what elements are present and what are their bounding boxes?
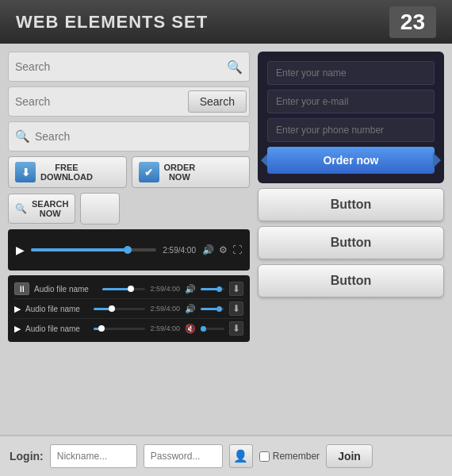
main-content: 🔍 Search 🔍 ⬇ FREE DOWNLOAD ✔ ORDER NOW [0, 44, 452, 435]
player-icons: 🔊 ⚙ ⛶ [202, 244, 242, 255]
video-time-label: 2:59/4:00 [163, 246, 196, 255]
audio-thumb-2 [109, 305, 115, 312]
settings-icon: ⚙ [219, 244, 228, 255]
login-label: Login: [10, 450, 44, 463]
free-download-button[interactable]: ⬇ FREE DOWNLOAD [8, 156, 127, 188]
header-number: 23 [389, 6, 436, 38]
search-button-2[interactable]: Search [188, 90, 247, 113]
order-now-button[interactable]: ✔ ORDER NOW [132, 156, 251, 188]
audio-progress-3[interactable] [94, 328, 145, 330]
user-icon-button[interactable]: 👤 [229, 444, 253, 468]
audio-thumb-3 [98, 325, 105, 332]
audio-vol-bar-1[interactable] [201, 288, 224, 290]
right-panel: Order now Button Button Button [258, 52, 444, 427]
video-progress-bar[interactable] [31, 248, 156, 251]
audio-name-1: Audio file name [34, 285, 98, 294]
email-input[interactable] [267, 90, 435, 113]
audio-vol-thumb-1 [216, 286, 222, 292]
audio-vol-fill-2 [201, 308, 217, 310]
nickname-input[interactable] [50, 444, 137, 468]
password-input[interactable] [144, 444, 223, 468]
login-bar: Login: 👤 Remember Join [0, 435, 452, 476]
audio-vol-thumb-2 [216, 306, 222, 312]
video-play-button[interactable]: ▶ [16, 244, 25, 256]
audio-thumb-1 [128, 286, 134, 292]
audio-fill-1 [102, 288, 128, 290]
right-button-2[interactable]: Button [258, 226, 444, 259]
check-icon: ✔ [139, 162, 159, 182]
search-bar-1: 🔍 [8, 52, 250, 82]
audio-track-3: ▶ Audio file name 2:59/4:00 🔇 ⬇ [14, 319, 243, 338]
remember-label: Remember [273, 451, 320, 462]
video-progress-thumb [124, 246, 132, 254]
video-progress-fill [31, 248, 125, 251]
audio-progress-2[interactable] [94, 308, 145, 310]
audio-vol-bar-3[interactable] [201, 328, 224, 330]
audio-track-1: ⏸ Audio file name 2:59/4:00 🔊 ⬇ [14, 279, 243, 299]
download-icon: ⬇ [15, 162, 36, 182]
audio-download-1[interactable]: ⬇ [229, 282, 243, 296]
volume-icon: 🔊 [202, 244, 214, 255]
audio-time-2: 2:59/4:00 [150, 305, 180, 313]
square-button[interactable] [80, 193, 120, 225]
audio-vol-icon-3: 🔇 [185, 324, 196, 334]
phone-input[interactable] [267, 118, 435, 142]
remember-checkbox[interactable] [259, 451, 270, 462]
audio-player: ⏸ Audio file name 2:59/4:00 🔊 ⬇ ▶ Audio … [8, 275, 250, 342]
order-now-label: ORDER NOW [164, 163, 196, 182]
audio-name-2: Audio file name [25, 305, 89, 313]
free-download-label: FREE DOWNLOAD [40, 163, 93, 182]
audio-download-3[interactable]: ⬇ [229, 321, 243, 336]
audio-download-2[interactable]: ⬇ [229, 301, 243, 316]
remember-area: Remember [259, 451, 320, 462]
ribbon-right [433, 152, 441, 168]
audio-play-button-3[interactable]: ▶ [14, 324, 21, 334]
audio-track-2: ▶ Audio file name 2:59/4:00 🔊 ⬇ [14, 299, 243, 319]
audio-time-1: 2:59/4:00 [150, 285, 180, 293]
action-buttons-row: ⬇ FREE DOWNLOAD ✔ ORDER NOW [8, 156, 250, 188]
audio-vol-icon-2: 🔊 [185, 304, 196, 314]
right-button-3[interactable]: Button [258, 264, 444, 298]
audio-time-3: 2:59/4:00 [150, 324, 180, 332]
audio-play-button-2[interactable]: ▶ [14, 304, 21, 314]
header-title: WEB ELEMENTS SET [16, 12, 208, 33]
search-now-row: 🔍 SEARCH NOW [8, 193, 250, 225]
right-button-1[interactable]: Button [258, 188, 444, 221]
header: WEB ELEMENTS SET 23 [0, 0, 452, 44]
audio-vol-icon-1: 🔊 [185, 284, 196, 294]
order-now-button[interactable]: Order now [267, 147, 435, 174]
search-input-1[interactable] [15, 60, 227, 73]
search-input-2[interactable] [9, 95, 186, 108]
search-now-label: SEARCH NOW [32, 199, 68, 218]
search-mag-icon: 🔍 [15, 129, 30, 144]
search-input-3[interactable] [35, 130, 243, 143]
audio-progress-1[interactable] [102, 288, 145, 290]
join-button[interactable]: Join [326, 444, 373, 468]
audio-fill-2 [94, 308, 109, 310]
audio-vol-bar-2[interactable] [201, 308, 224, 310]
search-bar-2: Search [8, 86, 250, 117]
search-now-icon: 🔍 [15, 203, 27, 214]
left-panel: 🔍 Search 🔍 ⬇ FREE DOWNLOAD ✔ ORDER NOW [8, 52, 250, 427]
search-bar-3: 🔍 [8, 121, 250, 152]
audio-vol-fill-1 [201, 288, 217, 290]
audio-vol-thumb-3 [201, 326, 206, 332]
video-player: ▶ 2:59/4:00 🔊 ⚙ ⛶ [8, 229, 250, 271]
search-now-button[interactable]: 🔍 SEARCH NOW [8, 194, 75, 224]
audio-name-3: Audio file name [25, 324, 89, 333]
search-icon-button-1[interactable]: 🔍 [227, 60, 243, 75]
order-form: Order now [258, 52, 444, 183]
audio-pause-button-1[interactable]: ⏸ [14, 282, 29, 295]
name-input[interactable] [267, 61, 435, 85]
fullscreen-icon: ⛶ [232, 244, 242, 255]
